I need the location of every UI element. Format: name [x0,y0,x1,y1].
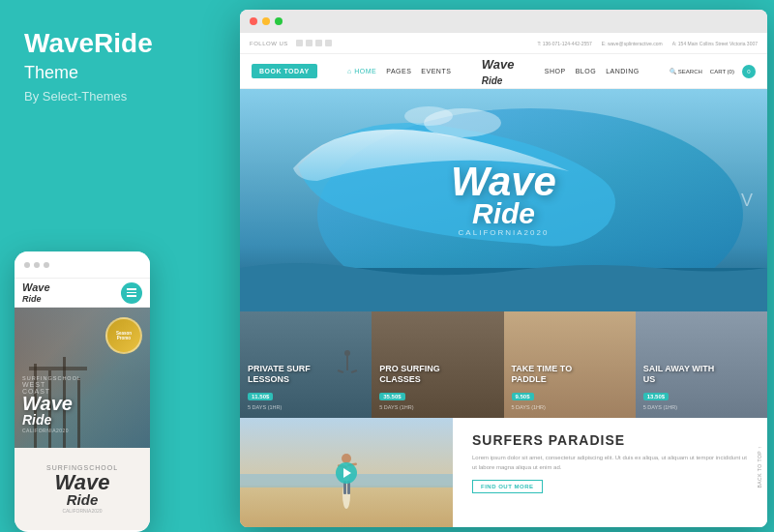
nav-events[interactable]: EVENTS [421,68,451,74]
surfers-paradise-title: SURFERS PARADISE [472,432,748,448]
topbar-right: T: 136-071-124-442-2557 E: wave@splinter… [537,41,758,46]
mobile-california-text: CALIFORNIA2020 [22,428,81,433]
browser-maximize-dot [275,17,283,25]
brand-title: WaveRide [24,29,213,59]
left-panel: WaveRide Theme By Select-Themes Wave Rid… [0,0,237,532]
browser-chrome-bar [240,10,767,33]
season-promo-badge: SeasonPromo [105,317,142,354]
brand-author: By Select-Themes [24,89,213,103]
card-2-info: 5 DAYS (1HR) [379,404,495,410]
card-1-info: 5 DAYS (1HR) [248,404,364,410]
mobile-bottom-logo: Wave [46,473,118,492]
mobile-bottom-section: SURFINGSCHOOL Wave Ride CALIFORNIA2020 [15,448,150,530]
follow-us-label: FOLLOW US [250,41,288,46]
mobile-hero-logo-overlay: SURFINGSCHOOL WESTCOAST Wave Ride CALIFO… [22,375,81,433]
card-4-title: SAIL AWAY WITHUS [643,364,759,385]
surfers-paradise-body: Lorem ipsum dolor sit amet, consectetur … [472,454,748,472]
hero-wave-text: Wave [451,164,556,199]
nav-landing[interactable]: LANDING [606,68,640,74]
instagram-icon[interactable] [315,40,322,46]
hero-logo-overlay: Wave Ride CALIFORNIA2020 [451,164,556,237]
card-2-price: 35.50$ [379,393,404,400]
browser-minimize-dot [262,17,270,25]
nav-home[interactable]: ⌂ HOME [347,68,376,74]
card-2-title: PRO SURFINGCLASSES [379,364,495,385]
play-button[interactable] [336,462,357,484]
nav-blog[interactable]: BLOG [576,68,596,74]
mobile-dot-3 [44,262,49,268]
mobile-dots [24,262,49,268]
mobile-dot-2 [34,262,40,268]
site-hero: Wave Ride CALIFORNIA2020 V [240,89,767,311]
card-2-content: PRO SURFINGCLASSES 35.50$ 5 DAYS (1HR) [379,364,495,410]
menu-line-3 [127,295,136,297]
activity-card-4[interactable]: SAIL AWAY WITHUS 13.50$ 5 DAYS (1HR) [636,311,767,418]
nav-links: ⌂ HOME PAGES EVENTS [347,68,451,74]
hero-v-indicator: V [741,191,753,211]
card-1-price: 11.50$ [248,393,273,400]
activity-card-3[interactable]: TAKE TIME TOPADDLE 9.50$ 5 DAYS (1HR) [504,311,636,418]
mobile-site-logo: Wave Ride [22,281,50,304]
svg-point-3 [404,106,453,126]
topbar-left: FOLLOW US [250,40,332,46]
site-logo: Wave Ride [482,56,515,87]
facebook-icon[interactable] [296,40,303,46]
menu-line-1 [127,288,136,290]
pinterest-icon[interactable] [325,40,332,46]
mobile-bottom-sub: CALIFORNIA2020 [46,508,118,514]
menu-line-2 [127,292,136,294]
card-4-info: 5 DAYS (1HR) [643,404,759,410]
play-triangle-icon [343,468,351,478]
activity-cards-strip: PRIVATE SURFLESSONS 11.50$ 5 DAYS (1HR) … [240,311,767,418]
mobile-menu-button[interactable] [121,282,142,304]
card-1-content: PRIVATE SURFLESSONS 11.50$ 5 DAYS (1HR) [248,364,364,410]
email-info: E: wave@splinteractive.com [602,41,663,46]
card-1-title: PRIVATE SURFLESSONS [248,364,364,385]
nav-shop[interactable]: SHOP [545,68,566,74]
card-3-info: 5 DAYS (1HR) [512,404,628,410]
card-3-title: TAKE TIME TOPADDLE [512,364,628,385]
card-4-content: SAIL AWAY WITHUS 13.50$ 5 DAYS (1HR) [643,364,759,410]
mobile-logo-bar: Wave Ride [15,279,150,308]
bottom-section: SURFERS PARADISE Lorem ipsum dolor sit a… [240,418,767,527]
cart-badge: 0 [742,65,756,78]
beach-video-thumbnail [240,418,453,527]
nav-links-right: SHOP BLOG LANDING [545,68,640,74]
find-out-more-button[interactable]: FIND OUT MORE [472,480,543,493]
card-3-price: 9.50$ [512,393,534,400]
book-today-button[interactable]: BOOK TODAY [252,64,317,78]
browser-close-dot [250,17,257,25]
mobile-dot-1 [24,262,30,268]
card-4-price: 13.50$ [643,393,669,400]
nav-right: 🔍 SEARCH CART (0) 0 [670,65,756,78]
mobile-hero-image: SeasonPromo SURFINGSCHOOL WESTCOAST Wave… [15,308,150,448]
site-topbar: FOLLOW US T: 136-071-124-442-2557 E: wav… [240,33,767,54]
address-info: A: 154 Main Collins Street Victoria 3007 [672,41,758,46]
twitter-icon[interactable] [306,40,313,46]
mobile-mockup: Wave Ride SeasonPromo SUR [15,251,150,532]
hero-sub-text: CALIFORNIA2020 [451,227,556,236]
surfers-paradise-content: SURFERS PARADISE Lorem ipsum dolor sit a… [453,418,767,527]
mobile-wave-logo: Wave [22,395,81,412]
site-navbar: BOOK TODAY ⌂ HOME PAGES EVENTS Wave Ride… [240,54,767,89]
mobile-top-bar [15,251,150,279]
activity-card-2[interactable]: PRO SURFINGCLASSES 35.50$ 5 DAYS (1HR) [372,311,503,418]
mobile-bottom-ride: Ride [46,491,118,508]
phone-info: T: 136-071-124-442-2557 [537,41,591,46]
search-nav-item[interactable]: 🔍 SEARCH [670,68,702,74]
nav-pages[interactable]: PAGES [386,68,411,74]
desktop-mockup: FOLLOW US T: 136-071-124-442-2557 E: wav… [240,10,767,527]
back-to-top[interactable]: BACK TO TOP ↑ [757,446,762,488]
social-icons [296,40,332,46]
card-3-content: TAKE TIME TOPADDLE 9.50$ 5 DAYS (1HR) [512,364,628,410]
brand-subtitle: Theme [24,63,213,83]
cart-nav-item[interactable]: CART (0) [710,69,734,74]
activity-card-1[interactable]: PRIVATE SURFLESSONS 11.50$ 5 DAYS (1HR) [240,311,372,418]
mobile-ride-text: Ride [22,412,81,428]
